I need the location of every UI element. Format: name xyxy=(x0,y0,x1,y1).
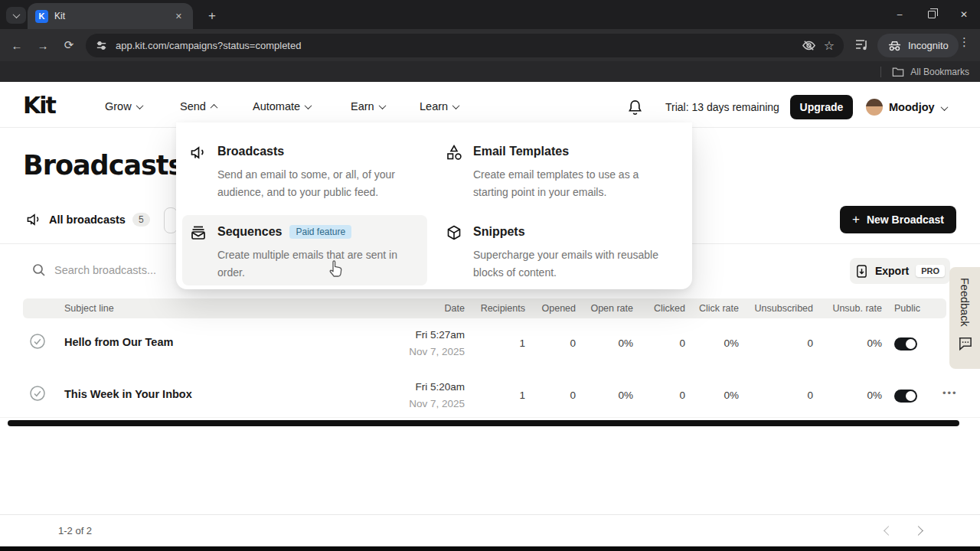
horizontal-scrollbar[interactable] xyxy=(8,420,959,426)
chevron-down-icon xyxy=(136,102,143,109)
pro-badge: PRO xyxy=(916,265,945,277)
header-recipients[interactable]: Recipients xyxy=(481,303,525,314)
cube-icon xyxy=(446,224,462,241)
bookmarks-divider xyxy=(880,67,881,77)
restore-icon xyxy=(928,11,936,18)
url-text[interactable]: app.kit.com/campaigns?status=completed xyxy=(116,40,794,51)
unsub-rate-value: 0% xyxy=(867,337,882,349)
filter-label: All broadcasts xyxy=(49,214,126,226)
window-bottom-edge xyxy=(0,546,980,551)
cursor-pointer-icon xyxy=(328,258,345,278)
row-options-icon[interactable]: ••• xyxy=(942,387,958,399)
upgrade-button[interactable]: Upgrade xyxy=(790,95,853,119)
chevron-up-icon xyxy=(210,103,217,111)
new-broadcast-button[interactable]: + New Broadcast xyxy=(840,206,956,233)
clicked-value: 0 xyxy=(679,337,685,349)
header-clicked[interactable]: Clicked xyxy=(654,303,685,314)
bookmark-star-icon[interactable]: ☆ xyxy=(824,38,835,53)
recipients-value: 1 xyxy=(519,337,525,349)
stacked-email-icon xyxy=(190,224,207,241)
clicked-value: 0 xyxy=(679,390,685,401)
kit-logo[interactable]: Kit xyxy=(23,92,55,119)
header-date[interactable]: Date xyxy=(445,303,465,314)
eye-off-icon[interactable] xyxy=(802,38,816,53)
broadcast-time: Fri 5:27am xyxy=(415,329,465,341)
new-tab-button[interactable]: + xyxy=(202,6,222,26)
trial-status: Trial: 13 days remaining xyxy=(665,101,779,113)
public-toggle[interactable] xyxy=(894,390,917,403)
header-unsub-rate[interactable]: Unsub. rate xyxy=(832,303,882,314)
broadcast-date: Nov 7, 2025 xyxy=(409,398,465,409)
account-name[interactable]: Moodjoy xyxy=(889,101,935,113)
recipients-value: 1 xyxy=(519,390,525,401)
megaphone-icon xyxy=(26,212,42,227)
broadcast-subject[interactable]: This Week in Your Inbox xyxy=(64,388,192,400)
shapes-icon xyxy=(446,144,462,161)
header-opened[interactable]: Opened xyxy=(542,303,576,314)
unsubscribed-value: 0 xyxy=(807,390,813,401)
filter-all-broadcasts[interactable]: All broadcasts 5 xyxy=(26,212,150,227)
back-button[interactable]: ← xyxy=(8,36,26,54)
header-click-rate[interactable]: Click rate xyxy=(699,303,739,314)
reading-list-icon[interactable] xyxy=(854,38,870,52)
incognito-badge[interactable]: Incognito xyxy=(877,34,959,57)
chevron-down-icon xyxy=(452,102,460,109)
plus-icon: + xyxy=(852,212,860,227)
nav-item-automate[interactable]: Automate xyxy=(253,100,311,112)
table-row[interactable]: Hello from Our Team Fri 5:27am Nov 7, 20… xyxy=(0,321,980,366)
avatar[interactable] xyxy=(866,99,883,116)
address-bar[interactable]: app.kit.com/campaigns?status=completed ☆ xyxy=(86,34,844,57)
browser-menu-icon[interactable]: ⋮ xyxy=(959,35,970,49)
nav-item-earn[interactable]: Earn xyxy=(351,100,385,112)
paid-feature-badge: Paid feature xyxy=(289,225,351,239)
broadcast-subject[interactable]: Hello from Our Team xyxy=(64,336,173,348)
opened-value: 0 xyxy=(570,390,576,401)
opened-value: 0 xyxy=(570,337,576,349)
click-rate-value: 0% xyxy=(724,390,739,401)
click-rate-value: 0% xyxy=(724,337,739,349)
minimize-button[interactable]: – xyxy=(884,0,916,29)
next-page-icon[interactable] xyxy=(913,526,923,536)
public-toggle[interactable] xyxy=(894,337,917,350)
nav-item-send[interactable]: Send xyxy=(180,100,217,112)
chevron-down-icon xyxy=(378,102,386,109)
header-unsubscribed[interactable]: Unsubscribed xyxy=(755,303,813,314)
sent-check-icon xyxy=(29,333,46,350)
close-button[interactable]: ✕ xyxy=(948,0,980,29)
page-title: Broadcasts xyxy=(23,150,183,181)
export-download-icon xyxy=(855,264,868,279)
browser-tab[interactable]: K Kit ✕ xyxy=(28,3,193,29)
nav-item-grow[interactable]: Grow xyxy=(105,100,142,112)
tab-search-button[interactable] xyxy=(6,7,26,24)
feedback-tab[interactable]: Feedback xyxy=(949,267,980,369)
header-public[interactable]: Public xyxy=(894,303,920,314)
forward-button[interactable]: → xyxy=(34,36,52,54)
all-bookmarks-button[interactable]: All Bookmarks xyxy=(910,67,969,77)
incognito-label: Incognito xyxy=(908,40,949,51)
filter-count-badge: 5 xyxy=(132,213,150,227)
chevron-down-icon xyxy=(305,102,312,109)
bell-icon[interactable] xyxy=(627,99,643,116)
open-rate-value: 0% xyxy=(618,337,633,349)
header-open-rate[interactable]: Open rate xyxy=(590,303,633,314)
bookmarks-bar: All Bookmarks xyxy=(0,61,980,82)
tab-close-icon[interactable]: ✕ xyxy=(172,10,185,23)
restore-button[interactable] xyxy=(916,0,948,29)
screen: K Kit ✕ + – ✕ ← → ⟳ app.kit.com/campaign… xyxy=(0,0,980,551)
search-icon xyxy=(32,263,46,277)
reload-button[interactable]: ⟳ xyxy=(60,36,78,54)
site-settings-icon[interactable] xyxy=(95,39,108,52)
nav-item-learn[interactable]: Learn xyxy=(420,100,459,112)
incognito-icon xyxy=(887,39,902,52)
send-dropdown-menu: Broadcasts Send an email to some, or all… xyxy=(176,122,692,289)
export-button[interactable]: Export PRO xyxy=(850,258,950,284)
sent-check-icon xyxy=(29,385,46,402)
megaphone-icon xyxy=(190,144,207,161)
folder-icon xyxy=(892,67,904,77)
export-label: Export xyxy=(875,265,909,277)
pagination-bar: 1-2 of 2 xyxy=(0,514,980,546)
table-row[interactable]: This Week in Your Inbox Fri 5:20am Nov 7… xyxy=(0,373,980,418)
header-subject[interactable]: Subject line xyxy=(64,303,114,314)
window-controls: – ✕ xyxy=(884,0,980,29)
prev-page-icon[interactable] xyxy=(884,526,893,536)
